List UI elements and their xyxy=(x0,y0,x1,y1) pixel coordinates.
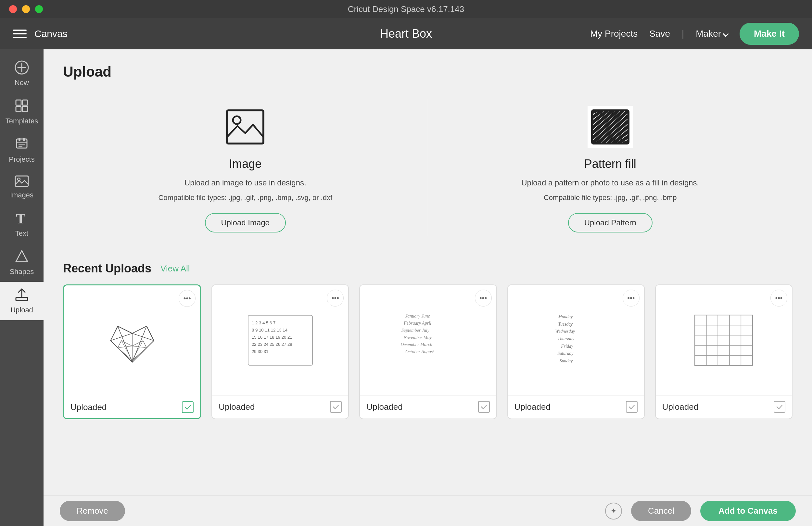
card-5-checkbox[interactable] xyxy=(774,401,785,413)
svg-text:Friday: Friday xyxy=(561,344,574,349)
svg-rect-5 xyxy=(16,106,21,112)
upload-cards: ••• Uploaded xyxy=(63,284,793,419)
card-2-label: Uploaded xyxy=(219,402,255,412)
pattern-option-compat: Compatible file types: .jpg, .gif, .png,… xyxy=(544,193,677,203)
chevron-down-icon xyxy=(723,31,728,37)
window-controls xyxy=(9,5,43,13)
svg-text:Monday: Monday xyxy=(558,314,573,319)
upload-card-2[interactable]: 1 2 3 4 5 6 7 8 9 10 11 12 13 14 15 16 1… xyxy=(212,284,349,419)
card-4-checkbox[interactable] xyxy=(626,401,638,413)
templates-icon xyxy=(15,99,29,115)
svg-rect-10 xyxy=(23,138,25,141)
header-divider: | xyxy=(682,29,684,39)
projects-icon xyxy=(15,137,29,153)
svg-rect-6 xyxy=(23,106,28,112)
maker-selector[interactable]: Maker xyxy=(696,29,728,39)
my-projects-link[interactable]: My Projects xyxy=(590,29,638,39)
sidebar-item-images-label: Images xyxy=(10,191,33,199)
save-link[interactable]: Save xyxy=(649,29,670,39)
bottom-bar: Remove ✦ Cancel Add to Canvas xyxy=(44,496,812,526)
sidebar: New Templates xyxy=(0,49,44,526)
sidebar-item-shapes-label: Shapes xyxy=(10,267,34,276)
card-2-footer: Uploaded xyxy=(212,395,348,418)
svg-text:Thursday: Thursday xyxy=(558,336,575,341)
sidebar-item-templates-label: Templates xyxy=(5,117,38,125)
svg-rect-9 xyxy=(18,138,20,141)
sidebar-item-images[interactable]: Images xyxy=(0,170,44,205)
card-4-image: Monday Tuesday Wednesday Thursday Friday… xyxy=(508,285,644,395)
sidebar-item-text-label: Text xyxy=(15,229,28,238)
upload-card-3[interactable]: January June February April September Ju… xyxy=(359,284,497,419)
svg-point-20 xyxy=(233,116,241,124)
svg-text:October August: October August xyxy=(405,349,434,354)
svg-text:September July: September July xyxy=(402,328,430,333)
card-4-footer: Uploaded xyxy=(508,395,644,418)
maximize-dot[interactable] xyxy=(35,5,43,13)
titlebar: Cricut Design Space v6.17.143 xyxy=(0,0,812,18)
menu-icon[interactable] xyxy=(13,30,27,38)
svg-rect-19 xyxy=(227,111,263,144)
close-dot[interactable] xyxy=(9,5,17,13)
image-upload-icon xyxy=(222,106,268,148)
card-2-menu-button[interactable]: ••• xyxy=(327,290,344,307)
make-it-button[interactable]: Make It xyxy=(740,23,799,45)
card-3-menu-button[interactable]: ••• xyxy=(475,290,492,307)
sidebar-item-projects-label: Projects xyxy=(9,155,34,164)
svg-point-14 xyxy=(17,178,20,180)
card-1-label: Uploaded xyxy=(71,402,106,412)
sidebar-item-templates[interactable]: Templates xyxy=(0,93,44,131)
sidebar-item-shapes[interactable]: Shapes xyxy=(0,244,44,282)
svg-rect-13 xyxy=(15,176,28,186)
pattern-upload-icon xyxy=(588,106,633,148)
card-5-label: Uploaded xyxy=(662,402,698,412)
remove-button[interactable]: Remove xyxy=(60,501,125,521)
sidebar-item-new-label: New xyxy=(15,78,29,87)
bottom-left: Remove xyxy=(60,501,125,521)
upload-image-button[interactable]: Upload Image xyxy=(205,213,286,233)
add-to-canvas-button[interactable]: Add to Canvas xyxy=(700,501,796,521)
upload-pattern-button[interactable]: Upload Pattern xyxy=(568,213,653,233)
card-2-checkbox[interactable] xyxy=(330,401,342,413)
card-4-label: Uploaded xyxy=(514,402,551,412)
card-1-checkbox[interactable] xyxy=(182,401,193,413)
app-body: New Templates xyxy=(0,49,812,526)
header-right: My Projects Save | Maker Make It xyxy=(590,23,799,45)
shapes-icon xyxy=(15,249,29,266)
card-3-checkbox[interactable] xyxy=(478,401,490,413)
upload-options: Image Upload an image to use in designs.… xyxy=(63,93,793,242)
svg-rect-72 xyxy=(695,315,753,366)
recent-uploads-header: Recent Uploads View All xyxy=(63,262,793,275)
svg-text:T: T xyxy=(16,211,25,225)
svg-rect-17 xyxy=(16,297,28,301)
main-content: Upload Image Upload an image to use in d… xyxy=(44,49,812,526)
upload-icon xyxy=(15,288,29,304)
titlebar-title: Cricut Design Space v6.17.143 xyxy=(348,4,464,14)
header-left: Canvas xyxy=(13,28,68,39)
sidebar-item-upload[interactable]: Upload xyxy=(0,282,44,320)
image-option-compat: Compatible file types: .jpg, .gif, .png,… xyxy=(158,193,332,203)
cancel-button[interactable]: Cancel xyxy=(631,501,691,521)
text-icon: T xyxy=(15,211,28,227)
sidebar-item-projects[interactable]: Projects xyxy=(0,131,44,170)
view-all-link[interactable]: View All xyxy=(160,264,190,274)
svg-text:15 16 17 18 19 20 21: 15 16 17 18 19 20 21 xyxy=(252,335,292,340)
svg-rect-4 xyxy=(23,100,28,105)
card-5-footer: Uploaded xyxy=(656,395,792,418)
card-3-footer: Uploaded xyxy=(360,395,496,418)
cricut-logo[interactable]: ✦ xyxy=(605,502,622,520)
recent-uploads-title: Recent Uploads xyxy=(63,262,151,275)
sidebar-item-new[interactable]: New xyxy=(0,55,44,93)
sidebar-item-text[interactable]: T Text xyxy=(0,205,44,244)
upload-card-1[interactable]: ••• Uploaded xyxy=(63,284,201,419)
card-5-menu-button[interactable]: ••• xyxy=(770,290,787,307)
upload-card-5[interactable]: ••• Uploaded xyxy=(655,284,793,419)
svg-text:February April: February April xyxy=(403,321,431,326)
minimize-dot[interactable] xyxy=(22,5,30,13)
svg-text:November May: November May xyxy=(403,335,432,340)
maker-label: Maker xyxy=(696,29,721,39)
card-1-footer: Uploaded xyxy=(64,396,200,418)
upload-card-4[interactable]: Monday Tuesday Wednesday Thursday Friday… xyxy=(507,284,645,419)
card-2-image: 1 2 3 4 5 6 7 8 9 10 11 12 13 14 15 16 1… xyxy=(212,285,348,395)
card-1-menu-button[interactable]: ••• xyxy=(179,290,195,307)
card-4-menu-button[interactable]: ••• xyxy=(623,290,639,307)
